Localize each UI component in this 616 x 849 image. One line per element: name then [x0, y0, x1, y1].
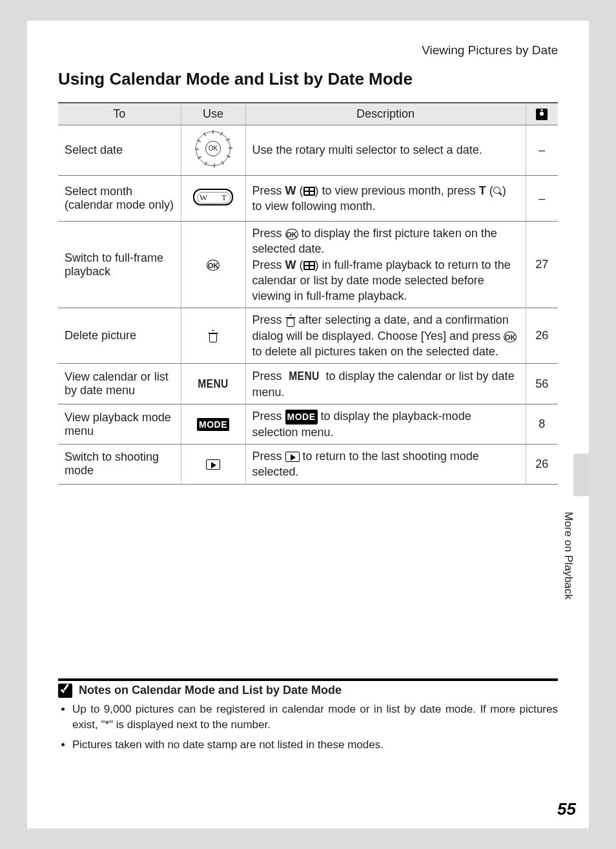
- cell-desc: Press W () to view previous month, press…: [245, 176, 526, 222]
- cell-ref: 26: [526, 308, 558, 364]
- zoom-rocker-icon: W T: [193, 189, 233, 205]
- section-label: More on Playback: [562, 512, 575, 600]
- cell-to: View playback mode menu: [58, 404, 181, 445]
- check-icon: [58, 684, 72, 698]
- cell-to: Select date: [58, 125, 181, 176]
- cell-ref: –: [526, 125, 558, 176]
- section-tab: [573, 454, 590, 496]
- cell-ref: 27: [526, 222, 558, 308]
- note-item: Pictures taken with no date stamp are no…: [72, 737, 558, 753]
- cell-use: [181, 308, 245, 364]
- magnify-icon: [493, 187, 502, 196]
- playback-button-icon: [206, 459, 220, 470]
- thumbnail-icon: [303, 187, 315, 196]
- table-row: Switch to shooting mode Press to return …: [58, 444, 558, 484]
- playback-button-icon: [285, 452, 300, 462]
- notes-header: Notes on Calendar Mode and List by Date …: [58, 678, 558, 698]
- th-desc: Description: [245, 103, 526, 125]
- cell-ref: 8: [526, 404, 558, 445]
- table-row: View playback mode menu MODE Press MODE …: [58, 404, 558, 445]
- mode-button-icon: MODE: [285, 410, 318, 424]
- rotary-selector-icon: OK: [194, 129, 232, 168]
- cell-use: OK: [181, 222, 245, 308]
- cell-to: Delete picture: [58, 308, 181, 364]
- th-use: Use: [181, 103, 245, 125]
- menu-button-icon: MENU: [198, 377, 229, 391]
- breadcrumb: Viewing Pictures by Date: [58, 43, 558, 58]
- cell-use: MODE: [181, 404, 245, 445]
- cell-desc: Press MENU to display the calendar or li…: [245, 364, 526, 404]
- trash-icon: [285, 315, 296, 327]
- trash-icon: [208, 331, 218, 342]
- menu-button-icon: MENU: [289, 368, 320, 384]
- cell-to: Switch to full-frame playback: [58, 222, 181, 308]
- t-icon: T: [479, 184, 486, 197]
- cell-ref: 56: [526, 364, 558, 404]
- table-row: View calendar or list by date menu MENU …: [58, 364, 558, 404]
- controls-table: To Use Description Select date OK: [58, 102, 558, 485]
- cell-desc: Press after selecting a date, and a conf…: [245, 308, 526, 364]
- w-icon: W: [285, 258, 296, 271]
- page-heading: Using Calendar Mode and List by Date Mod…: [58, 69, 558, 89]
- cell-desc: Use the rotary multi selector to select …: [245, 125, 526, 176]
- ok-button-icon: OK: [207, 260, 220, 271]
- ok-button-icon: OK: [285, 229, 298, 240]
- cell-to: View calendar or list by date menu: [58, 364, 181, 404]
- cell-desc: Press MODE to display the playback-mode …: [245, 404, 526, 445]
- cell-use: W T: [181, 176, 245, 222]
- table-row: Delete picture Press after selecting a d…: [58, 308, 558, 364]
- table-row: Select date OK: [58, 125, 558, 176]
- cell-to: Switch to shooting mode: [58, 444, 181, 484]
- notes-title: Notes on Calendar Mode and List by Date …: [79, 684, 342, 697]
- cell-desc: Press to return to the last shooting mod…: [245, 444, 526, 484]
- cell-to: Select month (calendar mode only): [58, 176, 181, 222]
- reference-icon: [536, 109, 548, 120]
- manual-page: Viewing Pictures by Date Using Calendar …: [27, 21, 589, 828]
- w-icon: W: [285, 184, 296, 197]
- cell-ref: 26: [526, 444, 558, 484]
- page-number: 55: [557, 799, 576, 819]
- table-row: Switch to full-frame playback OK Press O…: [58, 222, 558, 308]
- cell-use: [181, 444, 245, 484]
- cell-desc: Press OK to display the first picture ta…: [245, 222, 526, 308]
- note-item: Up to 9,000 pictures can be registered i…: [72, 702, 558, 733]
- th-to: To: [58, 103, 181, 125]
- cell-use: MENU: [181, 364, 245, 404]
- table-row: Select month (calendar mode only) W T Pr…: [58, 176, 558, 222]
- mode-button-icon: MODE: [197, 418, 229, 431]
- cell-ref: –: [526, 176, 558, 222]
- th-ref: [526, 103, 558, 125]
- notes-section: Notes on Calendar Mode and List by Date …: [58, 678, 558, 753]
- ok-button-icon: OK: [504, 331, 517, 342]
- thumbnail-icon: [303, 261, 315, 270]
- cell-use: OK: [181, 125, 245, 176]
